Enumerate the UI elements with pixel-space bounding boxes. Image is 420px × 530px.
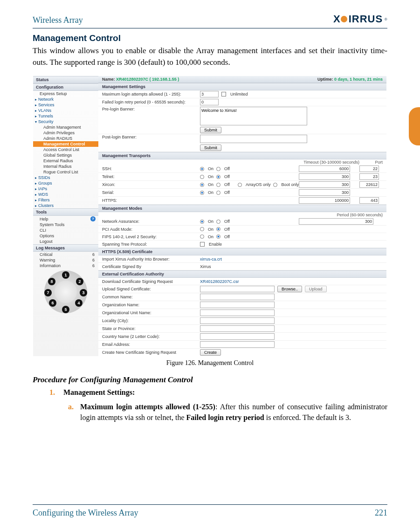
nav-sub-admin-management[interactable]: Admin Management bbox=[33, 124, 98, 130]
upload-button[interactable]: Upload bbox=[305, 286, 327, 292]
serial-timeout-input[interactable] bbox=[299, 189, 350, 196]
log-row-warning[interactable]: Warning 6 bbox=[33, 257, 98, 263]
nav-sub-management-control[interactable]: Management Control bbox=[33, 141, 98, 147]
telnet-timeout-input[interactable] bbox=[299, 173, 350, 180]
xircon-port-input[interactable] bbox=[359, 181, 379, 188]
na-off-radio[interactable] bbox=[216, 220, 220, 224]
nav-item-vlans[interactable]: VLANs bbox=[33, 108, 98, 113]
nav-item-express-setup[interactable]: Express Setup bbox=[33, 91, 98, 96]
unlimited-checkbox[interactable] bbox=[221, 92, 226, 96]
nav-section-tools[interactable]: Tools bbox=[33, 208, 98, 216]
country-input[interactable] bbox=[200, 333, 275, 340]
stp-enable-checkbox[interactable] bbox=[200, 242, 205, 247]
nav-item-services[interactable]: Services bbox=[33, 102, 98, 108]
org-input[interactable] bbox=[200, 302, 275, 308]
xircon-off-radio[interactable] bbox=[216, 183, 220, 187]
xircon-arrayos-radio[interactable] bbox=[238, 183, 242, 187]
telnet-off-radio[interactable] bbox=[216, 175, 220, 179]
nav-item-iaps[interactable]: IAPs bbox=[33, 186, 98, 192]
group-ext-ca: External Certification Authority bbox=[98, 270, 386, 278]
import-link[interactable]: xirrus-ca.crt bbox=[200, 257, 383, 262]
help-icon[interactable]: ? bbox=[90, 216, 96, 221]
nav-sub-rogue-control[interactable]: Rogue Control List bbox=[33, 169, 98, 175]
serial-off-radio[interactable] bbox=[216, 191, 220, 195]
upload-path-input[interactable] bbox=[200, 286, 275, 292]
telnet-port-input[interactable] bbox=[359, 173, 379, 180]
xircon-timeout-input[interactable] bbox=[299, 181, 350, 188]
https-port-input[interactable] bbox=[359, 197, 379, 204]
browse-button[interactable]: Browse.. bbox=[277, 286, 302, 292]
na-period-input[interactable] bbox=[299, 218, 373, 225]
ssh-off-radio[interactable] bbox=[216, 167, 220, 171]
fips-on-radio[interactable] bbox=[200, 234, 204, 239]
nav-sub-external-radius[interactable]: External Radius bbox=[33, 158, 98, 164]
retry-input[interactable] bbox=[200, 99, 219, 105]
ssh-port-input[interactable] bbox=[359, 165, 379, 172]
nav-sub-admin-radius[interactable]: Admin RADIUS bbox=[33, 136, 98, 141]
email-input[interactable] bbox=[200, 341, 275, 348]
prelogin-submit-button[interactable]: Submit bbox=[200, 127, 221, 133]
mode-row-pci: PCI Audit Mode: On Off bbox=[98, 226, 386, 233]
substep-bold1: Maximum login attempts allowed (1-255) bbox=[80, 403, 215, 411]
state-input[interactable] bbox=[200, 325, 275, 332]
nav-item-ssids[interactable]: SSIDs bbox=[33, 175, 98, 180]
log-row-info[interactable]: Information 6 bbox=[33, 263, 98, 268]
ssh-on-radio[interactable] bbox=[200, 167, 204, 171]
device-ip: ( 192.168.1.55 ) bbox=[150, 77, 179, 82]
state-label: State or Province: bbox=[102, 326, 200, 331]
product-name: Wireless Array bbox=[33, 15, 83, 25]
city-input[interactable] bbox=[200, 317, 275, 324]
nav-item-wds[interactable]: WDS bbox=[33, 192, 98, 197]
nav-item-tunnels[interactable]: Tunnels bbox=[33, 113, 98, 119]
nav-tool-system[interactable]: System Tools bbox=[33, 222, 98, 227]
nav-item-security[interactable]: Security bbox=[33, 119, 98, 124]
nav-tool-logout[interactable]: Logout bbox=[33, 239, 98, 244]
prelogin-textarea[interactable]: Welcome to Xirrus! bbox=[200, 107, 307, 125]
mode-row-stp: Spanning Tree Protocol: Enable bbox=[98, 241, 386, 248]
pci-off-radio[interactable] bbox=[216, 227, 220, 231]
nav-item-groups[interactable]: Groups bbox=[33, 180, 98, 186]
telnet-on-radio[interactable] bbox=[200, 175, 204, 179]
https-timeout-input[interactable] bbox=[299, 197, 350, 204]
ssh-timeout-input[interactable] bbox=[299, 165, 350, 172]
mode-row-fips: FIPS 140-2, Level 2 Security: On Off bbox=[98, 233, 386, 241]
nav-item-network[interactable]: Network bbox=[33, 96, 98, 102]
xircon-boot-radio[interactable] bbox=[273, 183, 277, 187]
nav-sub-acl[interactable]: Access Control List bbox=[33, 147, 98, 152]
radio-node: 6 bbox=[49, 299, 56, 307]
postlogin-textarea[interactable] bbox=[200, 135, 307, 143]
ou-input[interactable] bbox=[200, 310, 275, 316]
nav-item-clusters[interactable]: Clusters bbox=[33, 203, 98, 208]
pci-on-radio[interactable] bbox=[200, 227, 204, 231]
nav-tool-options[interactable]: Options bbox=[33, 233, 98, 239]
nav-section-logs[interactable]: Log Messages bbox=[33, 244, 98, 252]
log-row-critical[interactable]: Critical 6 bbox=[33, 252, 98, 257]
transport-row-ssh: SSH: On Off bbox=[98, 165, 386, 173]
city-label: Locality (City): bbox=[102, 318, 200, 323]
nav-section-status[interactable]: Status bbox=[33, 76, 98, 83]
nav-item-filters[interactable]: Filters bbox=[33, 197, 98, 203]
max-attempts-input[interactable] bbox=[200, 91, 219, 97]
radio-node: 2 bbox=[76, 278, 83, 285]
net-assurance-label: Network Assurance: bbox=[102, 219, 200, 224]
serial-on-radio[interactable] bbox=[200, 191, 204, 195]
substep-letter: a. bbox=[68, 401, 74, 423]
email-label: Email Address: bbox=[102, 342, 200, 347]
cn-input[interactable] bbox=[200, 294, 275, 300]
create-csr-button[interactable]: Create bbox=[200, 349, 221, 356]
nav-section-configuration[interactable]: Configuration bbox=[33, 83, 98, 91]
na-on-radio[interactable] bbox=[200, 220, 204, 224]
nav-sub-global-settings[interactable]: Global Settings bbox=[33, 152, 98, 158]
download-link[interactable]: XR4012802207C.csr bbox=[200, 279, 383, 284]
xircon-on-radio[interactable] bbox=[200, 183, 204, 187]
nav-tool-cli[interactable]: CLI bbox=[33, 227, 98, 233]
logo-dot-icon bbox=[341, 16, 347, 22]
page-footer: Configuring the Wireless Array 221 bbox=[33, 508, 387, 518]
radio-node: 5 bbox=[62, 306, 69, 313]
nav-sub-admin-privileges[interactable]: Admin Privileges bbox=[33, 130, 98, 136]
nav-sub-internal-radius[interactable]: Internal Radius bbox=[33, 164, 98, 169]
fips-off-radio[interactable] bbox=[216, 234, 220, 239]
retry-label: Failed login retry period (0 - 65535 sec… bbox=[102, 100, 200, 104]
nav-tool-help[interactable]: Help ? bbox=[33, 216, 98, 222]
postlogin-submit-button[interactable]: Submit bbox=[200, 145, 221, 151]
